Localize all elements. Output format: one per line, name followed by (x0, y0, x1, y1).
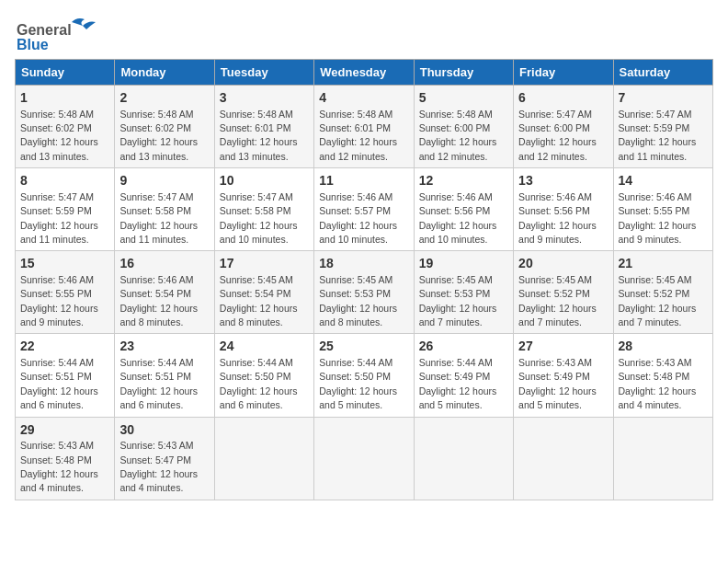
calendar-cell: 5Sunrise: 5:48 AMSunset: 6:00 PMDaylight… (414, 86, 513, 168)
calendar-cell: 17Sunrise: 5:45 AMSunset: 5:54 PMDayligh… (214, 251, 313, 334)
sunset: Sunset: 5:50 PM (220, 371, 291, 382)
day-number: 19 (419, 255, 508, 273)
sunrise: Sunrise: 5:47 AM (518, 109, 592, 120)
svg-text:Blue: Blue (17, 37, 49, 52)
daylight: Daylight: 12 hours and 7 minutes. (419, 303, 497, 327)
day-number: 20 (518, 255, 608, 273)
daylight: Daylight: 12 hours and 7 minutes. (619, 303, 697, 327)
daylight: Daylight: 12 hours and 4 minutes. (20, 468, 98, 493)
svg-text:General: General (17, 22, 72, 38)
calendar-cell (514, 417, 613, 500)
sunset: Sunset: 5:57 PM (319, 205, 391, 216)
calendar-cell: 25Sunrise: 5:44 AMSunset: 5:50 PMDayligh… (314, 334, 414, 417)
day-number: 27 (518, 338, 608, 356)
sunset: Sunset: 5:58 PM (119, 205, 191, 216)
sunrise: Sunrise: 5:47 AM (220, 191, 293, 202)
day-number: 30 (119, 421, 209, 440)
daylight: Daylight: 12 hours and 5 minutes. (419, 385, 497, 410)
sunrise: Sunrise: 5:46 AM (419, 191, 493, 202)
calendar-cell: 28Sunrise: 5:43 AMSunset: 5:48 PMDayligh… (613, 334, 712, 417)
calendar-cell: 4Sunrise: 5:48 AMSunset: 6:01 PMDaylight… (314, 86, 414, 168)
day-number: 3 (220, 89, 309, 108)
daylight: Daylight: 12 hours and 8 minutes. (319, 303, 397, 327)
day-number: 16 (119, 255, 209, 273)
calendar-cell: 16Sunrise: 5:46 AMSunset: 5:54 PMDayligh… (115, 251, 214, 334)
sunset: Sunset: 5:59 PM (619, 122, 690, 133)
day-header-monday: Monday (115, 60, 214, 86)
calendar-cell: 2Sunrise: 5:48 AMSunset: 6:02 PMDaylight… (115, 86, 214, 168)
logo: General Blue (15, 15, 97, 52)
day-number: 1 (20, 89, 109, 108)
calendar-cell: 26Sunrise: 5:44 AMSunset: 5:49 PMDayligh… (414, 334, 513, 417)
day-number: 17 (220, 255, 309, 273)
day-number: 11 (319, 172, 408, 190)
daylight: Daylight: 12 hours and 7 minutes. (518, 303, 597, 327)
day-number: 24 (220, 338, 309, 356)
day-header-wednesday: Wednesday (314, 60, 414, 86)
sunset: Sunset: 5:47 PM (119, 454, 191, 465)
sunset: Sunset: 5:49 PM (518, 371, 590, 382)
calendar-cell: 27Sunrise: 5:43 AMSunset: 5:49 PMDayligh… (514, 334, 613, 417)
daylight: Daylight: 12 hours and 6 minutes. (20, 385, 98, 410)
sunset: Sunset: 5:50 PM (319, 371, 391, 382)
day-number: 5 (419, 89, 508, 108)
day-number: 21 (619, 255, 708, 273)
calendar-cell: 24Sunrise: 5:44 AMSunset: 5:50 PMDayligh… (214, 334, 313, 417)
calendar-cell (613, 417, 712, 500)
daylight: Daylight: 12 hours and 9 minutes. (518, 220, 597, 245)
day-header-tuesday: Tuesday (214, 60, 313, 86)
sunrise: Sunrise: 5:44 AM (119, 357, 193, 368)
day-number: 6 (518, 89, 608, 108)
calendar-cell: 6Sunrise: 5:47 AMSunset: 6:00 PMDaylight… (514, 86, 613, 168)
sunrise: Sunrise: 5:48 AM (20, 109, 94, 120)
calendar-cell: 19Sunrise: 5:45 AMSunset: 5:53 PMDayligh… (414, 251, 513, 334)
day-number: 7 (619, 89, 708, 108)
daylight: Daylight: 12 hours and 10 minutes. (220, 220, 298, 245)
day-number: 18 (319, 255, 408, 273)
logo-svg: General Blue (15, 15, 97, 52)
sunrise: Sunrise: 5:46 AM (518, 191, 592, 202)
daylight: Daylight: 12 hours and 8 minutes. (220, 303, 298, 327)
day-header-sunday: Sunday (16, 60, 115, 86)
sunrise: Sunrise: 5:48 AM (319, 109, 392, 120)
sunrise: Sunrise: 5:48 AM (419, 109, 493, 120)
daylight: Daylight: 12 hours and 11 minutes. (119, 220, 198, 245)
sunset: Sunset: 5:52 PM (619, 288, 690, 299)
daylight: Daylight: 12 hours and 6 minutes. (119, 385, 198, 410)
calendar-cell: 1Sunrise: 5:48 AMSunset: 6:02 PMDaylight… (16, 86, 115, 168)
sunset: Sunset: 5:54 PM (220, 288, 291, 299)
daylight: Daylight: 12 hours and 12 minutes. (319, 136, 397, 161)
calendar-cell: 13Sunrise: 5:46 AMSunset: 5:56 PMDayligh… (514, 168, 613, 251)
sunset: Sunset: 6:02 PM (20, 122, 92, 133)
calendar-cell (214, 417, 313, 500)
calendar-cell: 11Sunrise: 5:46 AMSunset: 5:57 PMDayligh… (314, 168, 414, 251)
sunset: Sunset: 6:00 PM (419, 122, 491, 133)
calendar-cell: 18Sunrise: 5:45 AMSunset: 5:53 PMDayligh… (314, 251, 414, 334)
daylight: Daylight: 12 hours and 4 minutes. (119, 468, 198, 493)
sunrise: Sunrise: 5:43 AM (518, 357, 592, 368)
sunrise: Sunrise: 5:47 AM (619, 109, 692, 120)
day-number: 29 (20, 421, 109, 440)
calendar-cell: 10Sunrise: 5:47 AMSunset: 5:58 PMDayligh… (214, 168, 313, 251)
sunrise: Sunrise: 5:47 AM (20, 191, 94, 202)
sunset: Sunset: 5:51 PM (119, 371, 191, 382)
calendar-cell: 8Sunrise: 5:47 AMSunset: 5:59 PMDaylight… (16, 168, 115, 251)
daylight: Daylight: 12 hours and 13 minutes. (119, 136, 198, 161)
daylight: Daylight: 12 hours and 5 minutes. (319, 385, 397, 410)
calendar-cell: 22Sunrise: 5:44 AMSunset: 5:51 PMDayligh… (16, 334, 115, 417)
sunset: Sunset: 5:53 PM (319, 288, 391, 299)
day-header-thursday: Thursday (414, 60, 513, 86)
day-header-friday: Friday (514, 60, 613, 86)
sunset: Sunset: 6:02 PM (119, 122, 191, 133)
calendar-cell: 30Sunrise: 5:43 AMSunset: 5:47 PMDayligh… (115, 417, 214, 500)
sunrise: Sunrise: 5:48 AM (119, 109, 193, 120)
day-number: 14 (619, 172, 708, 190)
daylight: Daylight: 12 hours and 9 minutes. (20, 303, 98, 327)
header: General Blue (15, 15, 713, 52)
day-number: 15 (20, 255, 109, 273)
daylight: Daylight: 12 hours and 6 minutes. (220, 385, 298, 410)
day-number: 9 (119, 172, 209, 190)
sunset: Sunset: 5:48 PM (619, 371, 690, 382)
daylight: Daylight: 12 hours and 13 minutes. (20, 136, 98, 161)
daylight: Daylight: 12 hours and 10 minutes. (319, 220, 397, 245)
